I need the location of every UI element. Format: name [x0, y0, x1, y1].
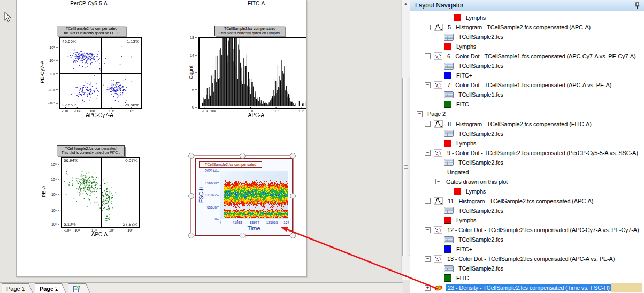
- collapse-box-icon[interactable]: [425, 227, 431, 233]
- tree-item-label: Ungated: [446, 168, 471, 176]
- tree-item-label: Lymphs: [455, 43, 478, 50]
- tree-item-label: 8 - Histogram - TCellSample2.fcs compens…: [446, 120, 593, 128]
- tree-item[interactable]: 5 - Histogram - TCellSample2.fcs compens…: [410, 22, 644, 32]
- tree-item[interactable]: Lymphs: [410, 138, 644, 148]
- tree-item[interactable]: Page 2: [410, 109, 644, 119]
- tree-item[interactable]: 9 - Color Dot - TCellSample2.fcs compens…: [410, 148, 644, 158]
- tree-item-label: 7 - Color Dot - TCellSample1.fcs compens…: [446, 81, 613, 89]
- vertical-scrollbar[interactable]: ▲ ▼: [401, 0, 410, 280]
- resize-handle-e[interactable]: [290, 193, 296, 199]
- tree-item[interactable]: TCellSample1.fcs: [410, 90, 644, 99]
- tick-label: 5: [192, 88, 194, 91]
- tick-label: 10³: [51, 192, 57, 196]
- resize-handle-ne[interactable]: [290, 153, 296, 159]
- tick-label: 10⁴: [49, 58, 55, 62]
- gate-color-swatch-red-icon: [454, 14, 461, 21]
- data-file-icon: [444, 130, 454, 137]
- resize-handle-se[interactable]: [290, 233, 296, 238]
- tree-item[interactable]: 8 - Histogram - TCellSample2.fcs compens…: [410, 119, 644, 129]
- color-dot-plot-icon: [434, 81, 442, 89]
- resize-handle-sw[interactable]: [188, 233, 194, 238]
- tab-page-1[interactable]: Page 1: [2, 283, 27, 293]
- navigator-tree: Lymphs5 - Histogram - TCellSample2.fcs c…: [410, 11, 644, 293]
- tree-item[interactable]: Lymphs: [410, 187, 644, 196]
- tree-item-label: TCellSample2.fcs: [457, 207, 505, 214]
- tree-item[interactable]: TCellSample2.fcs: [410, 158, 644, 167]
- new-page-tab[interactable]: [68, 283, 85, 293]
- histogram-plot-apc[interactable]: TCellSample2.fcs compensated This plot i…: [188, 24, 307, 122]
- y-axis-ticks: 262144196608131072655360: [196, 171, 218, 219]
- panel-header: Layout Navigator: [410, 0, 644, 11]
- color-dot-plot-pecy7-vs-apccy7[interactable]: TCellSample2.fcs compensated This plot i…: [38, 24, 172, 122]
- collapse-box-icon[interactable]: [417, 111, 423, 117]
- tree-item[interactable]: TCellSample2.fcs: [410, 32, 644, 42]
- tree-item-label: FITC-: [455, 274, 472, 282]
- tree-item[interactable]: TCellSample2.fcs: [410, 206, 644, 215]
- gate-color-swatch-red-icon: [444, 140, 451, 147]
- scrollbar-down-arrow-icon[interactable]: ▼: [402, 272, 410, 280]
- cutoff-plot-x-axis-title: PerCP-Cy5-5-A: [49, 1, 129, 6]
- density-plot-selection[interactable]: TCellSample2.fcs compensated FSC-H 26214…: [189, 154, 295, 237]
- collapse-box-icon[interactable]: [425, 256, 431, 262]
- tree-item[interactable]: Lymphs: [410, 42, 644, 51]
- gate-color-swatch-green-icon: [444, 274, 451, 282]
- expand-box-icon[interactable]: [425, 285, 431, 291]
- quadrant-percent-upper-left: 66.94%: [64, 158, 78, 163]
- plot-header-line: TCellSample2.fcs compensated: [58, 27, 125, 31]
- quadrant-divider-horizontal: [60, 73, 141, 74]
- tree-item[interactable]: Lymphs: [410, 215, 644, 225]
- tree-item[interactable]: 12 - Color Dot - TCellSample2.fcs compen…: [410, 225, 644, 235]
- density-plot-time-vs-fsch[interactable]: TCellSample2.fcs compensated FSC-H 26214…: [195, 158, 293, 236]
- tree-item-label: TCellSample1.fcs: [457, 62, 505, 70]
- panel-title: Layout Navigator: [415, 2, 634, 9]
- resize-handle-w[interactable]: [188, 193, 194, 199]
- color-dot-plot-pe-vs-apc[interactable]: TCellSample2.fcs compensated This plot i…: [38, 143, 172, 242]
- tree-item-label: 23 - Density - TCellSample2.fcs compensa…: [446, 284, 611, 291]
- tree-item-label: Gates drawn on this plot: [444, 178, 509, 186]
- tab-page-2[interactable]: Page 2: [35, 283, 60, 293]
- tree-item[interactable]: 7 - Color Dot - TCellSample1.fcs compens…: [410, 80, 644, 90]
- resize-handle-n[interactable]: [240, 153, 246, 159]
- tree-item[interactable]: 6 - Color Dot - TCellSample1.fcs compens…: [410, 51, 644, 61]
- tree-item[interactable]: Gates drawn on this plot: [410, 177, 644, 187]
- collapse-box-icon[interactable]: [435, 179, 441, 184]
- collapse-box-icon[interactable]: [425, 121, 431, 127]
- layout-navigator-panel: Layout Navigator Lymphs5 - Histogram - T…: [410, 0, 644, 293]
- collapse-box-icon[interactable]: [425, 150, 431, 156]
- plot-frame: [198, 37, 307, 109]
- tree-item[interactable]: FITC-: [410, 273, 644, 283]
- resize-handle-nw[interactable]: [188, 153, 194, 159]
- quadrant-percent-upper-left: 46.66%: [62, 39, 76, 44]
- quadrant-percent-lower-left: 22.66%: [62, 103, 76, 107]
- collapse-box-icon[interactable]: [425, 53, 431, 59]
- tree-item-label: 13 - Color Dot - TCellSample2.fcs compen…: [446, 255, 616, 263]
- scrollbar-thumb[interactable]: [402, 78, 410, 256]
- tree-item[interactable]: 11 - Histogram - TCellSample2.fcs compen…: [410, 196, 644, 206]
- collapse-box-icon[interactable]: [425, 25, 431, 30]
- collapse-box-icon[interactable]: [425, 198, 431, 204]
- scrollbar-up-arrow-icon[interactable]: ▲: [402, 0, 410, 7]
- tree-item[interactable]: TCellSample1.fcs: [410, 61, 644, 71]
- pin-icon[interactable]: [634, 2, 640, 9]
- tree-item-label: 6 - Color Dot - TCellSample1.fcs compens…: [446, 52, 638, 60]
- plot-header: TCellSample2.fcs compensated: [199, 161, 262, 168]
- tree-item[interactable]: Ungated: [410, 167, 644, 177]
- cutoff-plot-x-axis-title: FITC-A: [229, 1, 283, 6]
- tree-item[interactable]: 13 - Color Dot - TCellSample2.fcs compen…: [410, 254, 644, 264]
- tick-label: -10⁴: [48, 101, 55, 105]
- histogram-plot-icon: [434, 120, 443, 128]
- tree-item[interactable]: TCellSample2.fcs: [410, 264, 644, 273]
- tree-item[interactable]: FITC+: [410, 71, 644, 80]
- gate-color-swatch-blue-icon: [444, 72, 451, 79]
- tree-item[interactable]: FITC-: [410, 99, 644, 109]
- quadrant-divider-horizontal: [62, 194, 139, 194]
- tree-item[interactable]: TCellSample2.fcs: [410, 129, 644, 138]
- tree-item[interactable]: Lymphs: [410, 13, 644, 22]
- tick-label: 83977: [250, 221, 259, 225]
- tree-item[interactable]: FITC+: [410, 244, 644, 254]
- tree-item[interactable]: TCellSample2.fcs: [410, 235, 644, 244]
- layout-page[interactable]: PerCP-Cy5-5-A FITC-A TCellSample2.fcs co…: [16, 0, 307, 277]
- collapse-box-icon[interactable]: [425, 82, 431, 88]
- tree-item-selected[interactable]: 23 - Density - TCellSample2.fcs compensa…: [410, 283, 644, 292]
- resize-handle-s[interactable]: [240, 233, 246, 238]
